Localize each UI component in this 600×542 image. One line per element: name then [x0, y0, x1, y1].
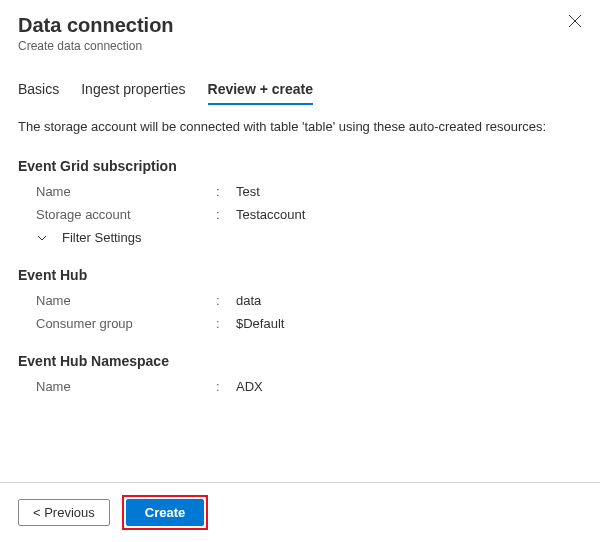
tab-review-create[interactable]: Review + create: [208, 81, 313, 105]
tab-bar: Basics Ingest properties Review + create: [0, 61, 600, 105]
section-namespace: Event Hub Namespace Name : ADX: [18, 353, 582, 394]
label-ns-name: Name: [36, 379, 216, 394]
section-title-event-hub: Event Hub: [18, 267, 582, 283]
footer-bar: < Previous Create: [0, 482, 600, 542]
chevron-down-icon: [36, 232, 48, 244]
close-icon: [568, 14, 582, 28]
label-eg-name: Name: [36, 184, 216, 199]
row-eh-name: Name : data: [18, 293, 582, 308]
row-eg-storage: Storage account : Testaccount: [18, 207, 582, 222]
page-title: Data connection: [18, 14, 582, 37]
value-eg-name: Test: [236, 184, 260, 199]
create-highlight: Create: [122, 495, 208, 530]
intro-text: The storage account will be connected wi…: [18, 119, 582, 134]
label-eh-name: Name: [36, 293, 216, 308]
value-eg-storage: Testaccount: [236, 207, 305, 222]
section-title-namespace: Event Hub Namespace: [18, 353, 582, 369]
tab-ingest-properties[interactable]: Ingest properties: [81, 81, 185, 105]
label-eh-consumer: Consumer group: [36, 316, 216, 331]
filter-settings-label: Filter Settings: [62, 230, 141, 245]
row-ns-name: Name : ADX: [18, 379, 582, 394]
section-event-hub: Event Hub Name : data Consumer group : $…: [18, 267, 582, 331]
row-eh-consumer: Consumer group : $Default: [18, 316, 582, 331]
value-eh-name: data: [236, 293, 261, 308]
row-eg-name: Name : Test: [18, 184, 582, 199]
page-subtitle: Create data connection: [18, 39, 582, 53]
section-title-event-grid: Event Grid subscription: [18, 158, 582, 174]
previous-button[interactable]: < Previous: [18, 499, 110, 526]
value-ns-name: ADX: [236, 379, 263, 394]
section-event-grid: Event Grid subscription Name : Test Stor…: [18, 158, 582, 245]
close-button[interactable]: [568, 14, 582, 31]
value-eh-consumer: $Default: [236, 316, 284, 331]
create-button[interactable]: Create: [126, 499, 204, 526]
filter-settings-expander[interactable]: Filter Settings: [18, 230, 582, 245]
tab-basics[interactable]: Basics: [18, 81, 59, 105]
label-eg-storage: Storage account: [36, 207, 216, 222]
